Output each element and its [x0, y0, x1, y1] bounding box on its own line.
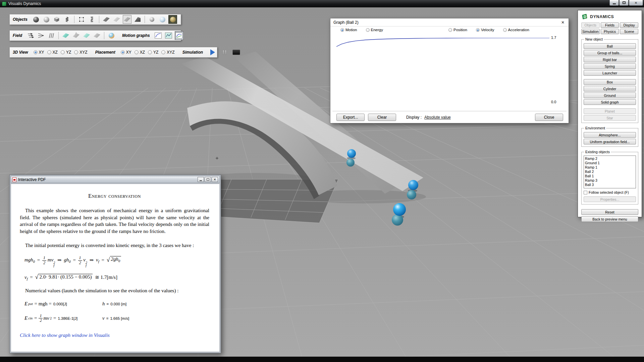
field-lines-tool[interactable]	[47, 31, 56, 40]
spring-tool[interactable]	[63, 15, 71, 24]
show-graph-link[interactable]: Click here to show graph window in Visua…	[20, 333, 209, 338]
ball-dark-tool[interactable]	[32, 15, 40, 24]
motion-radio[interactable]: Motion	[340, 28, 357, 32]
radio-dot	[161, 50, 165, 54]
view3d-xy-radio[interactable]: XY	[34, 50, 44, 55]
tab-display[interactable]: Display	[620, 22, 638, 28]
ramp-light-icon	[113, 17, 120, 22]
spring-button[interactable]: Spring	[584, 63, 636, 69]
follow-object-label: Follow selected object (F)	[589, 190, 629, 194]
tab-objects[interactable]: Objects	[581, 22, 600, 28]
solid-graph-button[interactable]: Solid graph	[584, 99, 636, 105]
list-item[interactable]: Ramp 2	[585, 157, 635, 161]
graph-close-icon[interactable]: ✕	[560, 20, 566, 25]
follow-object-checkbox[interactable]	[584, 191, 587, 194]
ball-shiny-tool[interactable]	[158, 15, 167, 24]
pdf-window-title: Interactive PDF	[18, 177, 46, 182]
graph-multi-tool[interactable]	[175, 31, 183, 40]
graph-window-titlebar[interactable]: Graph (Ball 2) ✕	[330, 18, 569, 26]
tab-fields[interactable]: Fields	[601, 22, 619, 28]
acceleration-radio[interactable]: Acceleration	[503, 28, 529, 32]
maximize-button[interactable]	[619, 0, 629, 6]
pdf-document[interactable]: Energy conservation This example shows t…	[11, 184, 219, 352]
launcher-icon	[89, 16, 95, 22]
atmosphere-button[interactable]: Atmosphere...	[584, 132, 636, 138]
wire-box-tool[interactable]	[77, 15, 86, 24]
new-object-legend: New object	[584, 37, 604, 41]
list-item[interactable]: Ramp 3	[585, 178, 635, 183]
cylinder-button[interactable]: Cylinder	[584, 86, 636, 92]
velocity-radio[interactable]: Velocity	[476, 28, 494, 32]
pdf-close-button[interactable]: ✕	[212, 177, 218, 182]
box-tool[interactable]	[52, 15, 61, 24]
gravitation-field-button[interactable]: Uniform gravitation field...	[584, 139, 636, 144]
cone-icon	[75, 32, 77, 35]
ramp-flat-tool[interactable]	[102, 15, 111, 24]
list-item[interactable]: Ball 2	[585, 170, 635, 174]
ball-small-tool[interactable]	[148, 15, 156, 24]
tab-physics[interactable]: Physics	[601, 29, 619, 34]
graph-curve-tool[interactable]	[154, 31, 163, 40]
graph-teal-tool[interactable]	[164, 31, 173, 40]
box-button[interactable]: Box	[584, 79, 636, 85]
rigid-bar-button[interactable]: Rigid bar	[584, 57, 636, 62]
radio-dot	[448, 28, 452, 32]
ramp-light-tool[interactable]	[112, 15, 121, 24]
group-of-balls-button[interactable]: Group of balls...	[584, 50, 636, 56]
wire-box-icon	[78, 16, 85, 22]
pdf-maximize-button[interactable]	[205, 177, 211, 182]
pdf-titlebar[interactable]: Interactive PDF ✕	[11, 176, 220, 183]
placement-yz-radio[interactable]: YZ	[148, 50, 158, 55]
ramp-textured-tool[interactable]	[123, 15, 131, 24]
ground-button[interactable]: Ground	[584, 93, 636, 98]
back-to-preview-button[interactable]: Back to preview menu	[581, 216, 638, 222]
export-button[interactable]: Export...	[336, 114, 365, 121]
energy-radio[interactable]: Energy	[366, 28, 383, 32]
view3d-xz-radio[interactable]: XZ	[47, 50, 58, 55]
plane-cone-tool[interactable]	[72, 31, 80, 40]
display-button[interactable]	[232, 48, 240, 57]
field-converge-tool[interactable]	[37, 31, 45, 40]
tab-scene[interactable]: Scene	[620, 29, 638, 34]
list-item[interactable]: Ball 3	[585, 183, 635, 187]
ball-gray-tool[interactable]	[42, 15, 51, 24]
pause-button[interactable]	[220, 48, 229, 57]
ramp-solid-icon	[135, 17, 141, 22]
launcher-tool[interactable]	[88, 15, 96, 24]
existing-objects-list[interactable]: Ramp 2 Ground 1 Ramp 1 Ball 2 Ball 1 Ram…	[584, 156, 636, 188]
ramp-solid-tool[interactable]	[133, 15, 142, 24]
minimize-button[interactable]	[609, 0, 619, 6]
list-item[interactable]: Ball 1	[585, 174, 635, 178]
ball-textured-tool[interactable]	[168, 15, 177, 24]
tab-simulation[interactable]: Simulation	[581, 29, 600, 34]
position-radio[interactable]: Position	[448, 28, 467, 32]
pdf-icon	[12, 177, 16, 182]
display-label: Display :	[406, 115, 422, 120]
radio-dot	[74, 50, 78, 54]
graph-close-button[interactable]: Close	[535, 114, 563, 121]
placement-xyz-radio[interactable]: XYZ	[161, 50, 174, 55]
display-mode-link[interactable]: Absolute value	[424, 115, 451, 120]
graph-window: Graph (Ball 2) ✕ Motion Energy Position …	[330, 18, 569, 123]
view3d-xyz-radio[interactable]: XYZ	[74, 50, 87, 55]
ball-gray-icon	[44, 17, 49, 22]
ball-button[interactable]: Ball	[584, 43, 636, 49]
play-button[interactable]	[208, 48, 217, 57]
reset-button[interactable]: Reset	[581, 209, 638, 215]
clear-button[interactable]: Clear	[368, 114, 396, 121]
rainbow-ball-tool[interactable]	[107, 31, 116, 40]
close-button[interactable]: ✕	[629, 0, 643, 6]
launcher-button[interactable]: Launcher	[584, 70, 636, 76]
view3d-yz-radio[interactable]: YZ	[61, 50, 71, 55]
pdf-minimize-button[interactable]	[198, 177, 204, 182]
plane-gray-tool[interactable]	[93, 31, 101, 40]
placement-xz-radio[interactable]: XZ	[135, 50, 145, 55]
field-arrows-tool[interactable]	[26, 31, 35, 40]
placement-xy-radio[interactable]: XY	[121, 50, 131, 55]
plane-teal2-tool[interactable]	[82, 31, 91, 40]
plane-teal-tool[interactable]	[61, 31, 70, 40]
list-item[interactable]: Ramp 1	[585, 165, 635, 170]
panel-tabs: Objects Fields Display Simulation Physic…	[581, 22, 638, 34]
list-item[interactable]: Ground 1	[585, 161, 635, 165]
titlebar[interactable]: Visualis Dynamics ✕	[0, 0, 644, 7]
